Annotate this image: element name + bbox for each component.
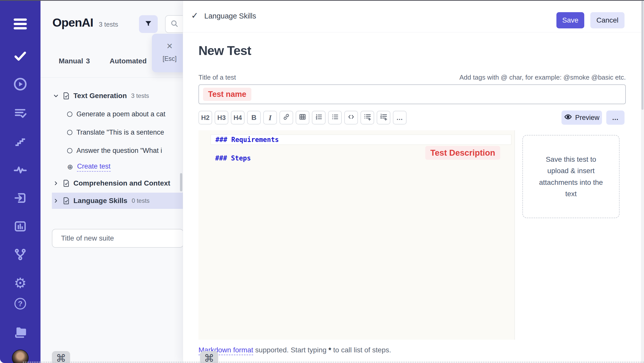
check-icon: ✓ (191, 10, 198, 21)
save-button[interactable]: Save (556, 12, 584, 28)
bullet-list-button[interactable] (328, 111, 342, 124)
chevron-right-icon[interactable] (53, 198, 59, 204)
drawer-header: ✓ Language Skills Save Cancel (183, 1, 644, 32)
test-row[interactable]: Answer the question "What i (41, 144, 183, 157)
ordered-list-button[interactable] (312, 111, 326, 124)
file-check-icon (63, 197, 70, 205)
preview-button[interactable]: Preview (561, 111, 602, 125)
description-editor[interactable]: ### Requirements ### Steps Test Descript… (198, 130, 515, 340)
bold-button[interactable]: B (247, 111, 261, 124)
test-title[interactable]: Generate a poem about a cat (76, 110, 165, 118)
reports-chart-icon[interactable] (0, 220, 41, 233)
steps-stairs-icon[interactable] (0, 135, 41, 148)
markdown-star: * (329, 346, 331, 354)
left-rail: ⚙ ? (0, 1, 41, 363)
branch-icon[interactable] (0, 248, 41, 261)
command-key-hint: ⌘ (200, 351, 218, 363)
suite-count: 0 tests (132, 197, 150, 204)
link-button[interactable] (279, 111, 293, 124)
command-icon: ⌘ (56, 352, 66, 363)
ordered-list-icon (315, 113, 323, 122)
create-test-link[interactable]: Create test (77, 162, 110, 172)
attachments-hint: Save this test to upload & insert attach… (538, 154, 604, 199)
test-name-annotation: Test name (203, 88, 251, 101)
suite-row-comprehension[interactable]: Comprehension and Context (41, 177, 183, 190)
activity-pulse-icon[interactable] (0, 165, 41, 175)
ordered-list-add-icon (379, 113, 388, 123)
attachments-dropzone[interactable]: Save this test to upload & insert attach… (522, 135, 620, 218)
tests-check-icon[interactable] (0, 49, 41, 63)
suite-name[interactable]: Language Skills (73, 197, 127, 205)
help-icon[interactable]: ? (0, 298, 41, 310)
page-title: New Test (198, 43, 251, 58)
code-button[interactable] (344, 111, 358, 124)
add-numbered-step-button[interactable] (377, 111, 390, 124)
search-input[interactable] (165, 15, 183, 33)
panel-scrollbar-thumb[interactable] (180, 173, 182, 191)
command-key-hint: ⌘ (52, 351, 70, 363)
filter-button[interactable] (139, 15, 158, 33)
create-test-row[interactable]: ⊕ Create test (41, 160, 183, 174)
circle-icon (67, 148, 72, 153)
circle-icon (67, 112, 72, 117)
sign-in-icon[interactable] (0, 191, 41, 205)
filter-funnel-icon (144, 20, 152, 29)
test-row[interactable]: Translate "This is a sentence (41, 126, 183, 139)
new-suite-placeholder: Title of new suite (61, 234, 114, 242)
project-header: OpenAI 3 tests (52, 15, 118, 29)
file-check-icon (63, 92, 70, 100)
heading3-button[interactable]: H3 (215, 111, 228, 124)
settings-gear-icon[interactable]: ⚙ (0, 276, 41, 290)
new-suite-input[interactable]: Title of new suite (52, 229, 183, 248)
projects-folder-icon[interactable] (0, 324, 41, 338)
drawer-scrollbar-thumb[interactable] (641, 1, 643, 110)
editor-line-text: ### Steps (215, 154, 251, 162)
app-window: ⚙ ? OpenAI 3 tests Manual (0, 0, 644, 363)
breadcrumb[interactable]: Language Skills (204, 12, 256, 20)
heading2-button[interactable]: H2 (198, 111, 212, 124)
suite-row-text-generation[interactable]: Text Generation 3 tests (41, 89, 183, 102)
circle-icon (67, 130, 72, 135)
close-icon[interactable]: × (167, 41, 172, 51)
test-title-input[interactable]: Test name (198, 84, 626, 104)
cancel-button[interactable]: Cancel (590, 12, 625, 28)
esc-hint: [Esc] (163, 55, 177, 62)
bullet-list-add-icon (363, 113, 371, 123)
markdown-hint-tail: to call list of steps. (331, 346, 391, 354)
chevron-right-icon[interactable] (53, 180, 59, 186)
suite-count: 3 tests (131, 92, 149, 99)
project-title: OpenAI (52, 15, 93, 29)
menu-icon[interactable] (0, 19, 41, 29)
heading4-button[interactable]: H4 (231, 111, 245, 124)
editor-active-line[interactable]: ### Requirements (211, 135, 511, 145)
editor-toolbar: H2 H3 H4 B I (198, 111, 407, 124)
new-test-drawer: ✓ Language Skills Save Cancel New Test T… (183, 1, 644, 363)
tab-automated-label: Automated (110, 57, 147, 65)
table-button[interactable] (296, 111, 309, 124)
suite-name[interactable]: Text Generation (73, 92, 127, 100)
test-title[interactable]: Answer the question "What i (76, 147, 162, 155)
search-icon (170, 19, 179, 29)
suite-name[interactable]: Comprehension and Context (73, 179, 170, 187)
italic-button[interactable]: I (263, 111, 277, 124)
window-top-edge (0, 0, 644, 1)
tab-automated[interactable]: Automated (110, 57, 147, 65)
user-avatar[interactable] (0, 350, 41, 363)
tab-manual-count: 3 (86, 57, 90, 65)
toolbar-more-button[interactable]: … (393, 111, 407, 124)
add-bullet-step-button[interactable] (360, 111, 374, 124)
suite-row-language-skills[interactable]: Language Skills 0 tests (52, 193, 183, 209)
tab-manual-label: Manual (59, 57, 83, 65)
runs-play-icon[interactable] (0, 77, 41, 91)
plus-circle-icon: ⊕ (67, 164, 73, 171)
markdown-hint-text: supported. Start typing (253, 346, 328, 354)
test-row[interactable]: Generate a poem about a cat (41, 107, 183, 121)
tab-manual[interactable]: Manual 3 (59, 57, 90, 65)
test-description-annotation: Test Description (425, 146, 500, 160)
test-title[interactable]: Translate "This is a sentence (76, 129, 164, 136)
plans-list-check-icon[interactable] (0, 106, 41, 120)
panel-tabs: Manual 3 Automated (59, 57, 147, 65)
chevron-down-icon[interactable] (53, 93, 59, 99)
command-icon: ⌘ (204, 352, 214, 363)
editor-more-button[interactable]: … (606, 111, 625, 125)
